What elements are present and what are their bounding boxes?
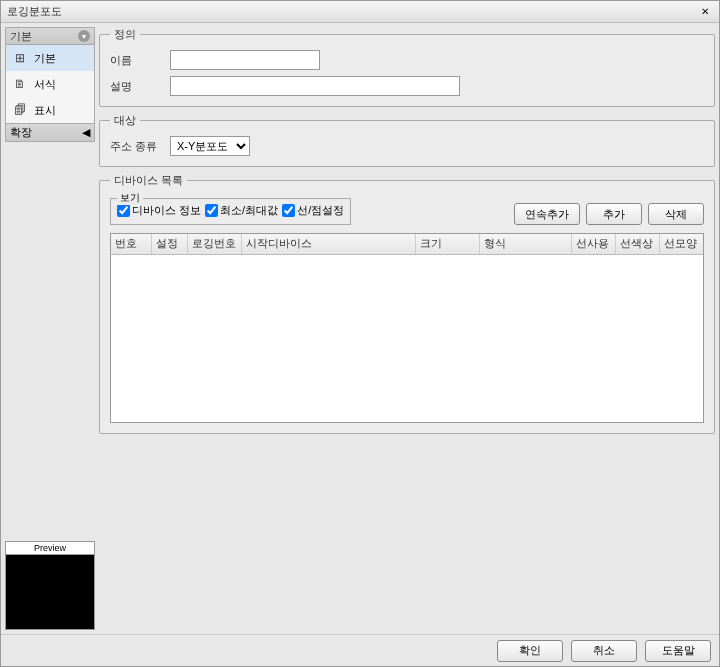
close-icon[interactable]: ✕ (697, 5, 713, 19)
sidebar-item-format[interactable]: 🗎 서식 (6, 71, 94, 97)
help-button[interactable]: 도움말 (645, 640, 711, 662)
definition-legend: 정의 (110, 27, 140, 42)
col-line-shape[interactable]: 선모양 (659, 234, 703, 254)
desc-label: 설명 (110, 79, 160, 94)
document-icon: 🗎 (12, 76, 28, 92)
preview-canvas (5, 555, 95, 630)
addr-type-label: 주소 종류 (110, 139, 160, 154)
sidebar-item-basic[interactable]: ⊞ 기본 (6, 45, 94, 71)
definition-group: 정의 이름 설명 (99, 27, 715, 107)
sidebar-items: ⊞ 기본 🗎 서식 🗐 표시 (5, 45, 95, 124)
dialog-footer: 확인 취소 도움말 (1, 634, 719, 666)
sidebar-basic-header[interactable]: 기본 ▼ (5, 27, 95, 45)
device-list-legend: 디바이스 목록 (110, 173, 187, 188)
grid-icon: ⊞ (12, 50, 28, 66)
sidebar-item-label: 서식 (34, 77, 56, 92)
desc-input[interactable] (170, 76, 460, 96)
delete-button[interactable]: 삭제 (648, 203, 704, 225)
checkbox-minmax[interactable] (205, 204, 218, 217)
check-line-point[interactable]: 선/점설정 (282, 203, 344, 218)
sidebar-expand-label: 확장 (10, 125, 32, 140)
col-format[interactable]: 형식 (479, 234, 571, 254)
table-header-row: 번호 설정 로깅번호 시작디바이스 크기 형식 선사용 선색상 선모양 (111, 234, 703, 254)
preview-panel: Preview (5, 541, 95, 630)
sidebar-basic-label: 기본 (10, 29, 32, 44)
device-table: 번호 설정 로깅번호 시작디바이스 크기 형식 선사용 선색상 선모양 (111, 234, 703, 255)
sidebar: 기본 ▼ ⊞ 기본 🗎 서식 🗐 표시 확장 ◀ (5, 27, 95, 630)
col-setting[interactable]: 설정 (151, 234, 187, 254)
main-panel: 정의 이름 설명 대상 주소 종류 X-Y분포도 (99, 27, 715, 630)
name-input[interactable] (170, 50, 320, 70)
add-sequential-button[interactable]: 연속추가 (514, 203, 580, 225)
target-legend: 대상 (110, 113, 140, 128)
checkbox-line-point[interactable] (282, 204, 295, 217)
col-line-color[interactable]: 선색상 (615, 234, 659, 254)
sidebar-item-label: 표시 (34, 103, 56, 118)
pages-icon: 🗐 (12, 102, 28, 118)
checkbox-device-info[interactable] (117, 204, 130, 217)
dialog-body: 기본 ▼ ⊞ 기본 🗎 서식 🗐 표시 확장 ◀ (1, 23, 719, 634)
sidebar-expand-header[interactable]: 확장 ◀ (5, 124, 95, 142)
name-label: 이름 (110, 53, 160, 68)
preview-label: Preview (5, 541, 95, 555)
view-box: 보기 디바이스 정보 최소/최대값 (110, 198, 351, 225)
col-number[interactable]: 번호 (111, 234, 151, 254)
addr-type-select[interactable]: X-Y분포도 (170, 136, 250, 156)
device-table-wrap[interactable]: 번호 설정 로깅번호 시작디바이스 크기 형식 선사용 선색상 선모양 (110, 233, 704, 423)
col-size[interactable]: 크기 (415, 234, 479, 254)
chevron-left-icon: ◀ (82, 126, 90, 139)
ok-button[interactable]: 확인 (497, 640, 563, 662)
add-button[interactable]: 추가 (586, 203, 642, 225)
dialog-window: 로깅분포도 ✕ 기본 ▼ ⊞ 기본 🗎 서식 🗐 표시 (0, 0, 720, 667)
col-start-device[interactable]: 시작디바이스 (241, 234, 415, 254)
device-list-group: 디바이스 목록 보기 디바이스 정보 최소/최대값 (99, 173, 715, 434)
sidebar-item-display[interactable]: 🗐 표시 (6, 97, 94, 123)
col-log-number[interactable]: 로깅번호 (187, 234, 241, 254)
cancel-button[interactable]: 취소 (571, 640, 637, 662)
titlebar: 로깅분포도 ✕ (1, 1, 719, 23)
check-device-info[interactable]: 디바이스 정보 (117, 203, 201, 218)
col-line-use[interactable]: 선사용 (571, 234, 615, 254)
window-title: 로깅분포도 (7, 4, 62, 19)
chevron-down-icon: ▼ (78, 30, 90, 42)
sidebar-item-label: 기본 (34, 51, 56, 66)
target-group: 대상 주소 종류 X-Y분포도 (99, 113, 715, 167)
check-minmax[interactable]: 최소/최대값 (205, 203, 278, 218)
view-label: 보기 (117, 191, 143, 205)
